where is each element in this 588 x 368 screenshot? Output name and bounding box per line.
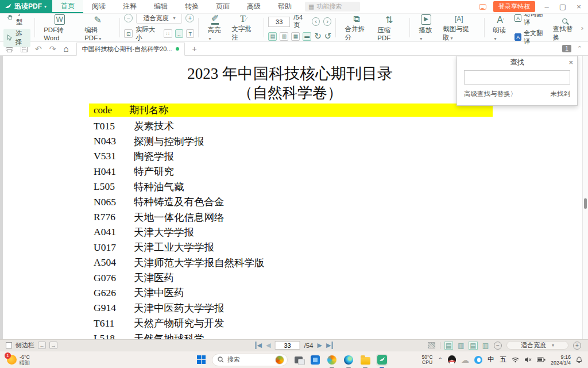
zoom-in-button[interactable]: + [573, 342, 581, 350]
prev-page-button[interactable]: ◀ [266, 342, 270, 349]
toolbar-more-chevron[interactable]: › [581, 24, 585, 32]
login-button[interactable]: 登录享特权 [493, 1, 535, 12]
new-tab-button[interactable]: + [192, 44, 197, 53]
taskbar-search[interactable]: 搜索 [212, 354, 288, 366]
continuous-two-page-button[interactable]: ▥ [482, 342, 489, 349]
zoom-out-button[interactable]: − [124, 14, 133, 22]
menu-tab-page[interactable]: 页面 [207, 0, 238, 13]
weather-widget[interactable]: 1 -6°C 晴朗 [0, 354, 30, 366]
close-icon[interactable]: × [568, 58, 573, 67]
task-view-button[interactable] [293, 354, 304, 366]
compress-pdf-button[interactable]: ⇅ 压缩PDF [373, 14, 405, 41]
vertical-scrollbar[interactable] [582, 56, 588, 339]
menu-tab-read[interactable]: 阅读 [83, 0, 114, 13]
fit-width-view-button[interactable]: ▬ [303, 32, 311, 41]
full-translate-button[interactable]: A 全文翻译 [514, 29, 546, 46]
collapse-toolbar-chevron[interactable]: ⌃ [577, 45, 582, 52]
edit-pdf-button[interactable]: ✎ 编辑PDF▾ [80, 14, 115, 41]
weather-temp: -6°C [20, 354, 30, 360]
notification-badge[interactable]: 1 [562, 45, 571, 52]
four-page-view-button[interactable]: ▦ [291, 32, 300, 41]
rotate-ccw-icon[interactable]: ↺ [324, 31, 332, 41]
highlight-button[interactable]: ✐ 高亮▾ [203, 14, 227, 41]
scrollbar-thumb[interactable] [584, 198, 587, 209]
document-page[interactable]: 2023 年中国科技核心期刊目录 （自然科学卷） code 期刊名称 T015炭… [0, 56, 588, 339]
fit-text-button[interactable]: T [186, 29, 194, 38]
sidebar-checkbox[interactable] [6, 342, 12, 348]
tray-expand-chevron[interactable]: ⌃ [438, 356, 443, 363]
clock[interactable]: 9:16 2024/1/4 [551, 354, 571, 366]
word-doc-icon: W [55, 14, 65, 25]
edge-icon[interactable] [343, 354, 354, 366]
document-tab[interactable]: 中国科技核心期刊-自然科学20... [76, 43, 185, 56]
browser-360-icon[interactable] [326, 354, 338, 366]
rotate-cw-icon[interactable]: ↻ [314, 31, 322, 41]
battery-icon[interactable] [537, 357, 546, 362]
find-dialog: 查找 × 高级查找与替换〉 未找到 [457, 56, 578, 106]
prev-page-button[interactable]: ‹ [312, 17, 320, 26]
volume-muted-icon[interactable] [524, 356, 532, 363]
redo-button[interactable]: ↷ [49, 45, 56, 53]
capture-extract-button[interactable]: [A] 截图与提取▾ [438, 13, 480, 42]
single-page-view-button[interactable]: ▤ [268, 32, 277, 41]
cloud-icon[interactable]: ☁ [461, 355, 469, 365]
function-search-input[interactable]: ▦ 功能搜索 [305, 2, 360, 12]
menu-tab-annotate[interactable]: 注释 [114, 0, 145, 13]
file-explorer-icon[interactable] [359, 354, 371, 366]
play-button[interactable]: ▶ 播放▾ [414, 14, 438, 41]
pc-manager-icon[interactable] [474, 356, 482, 364]
last-page-button[interactable]: ▶ [326, 342, 332, 349]
zoom-out-button[interactable]: − [494, 342, 502, 350]
menu-tab-home[interactable]: 首页 [52, 0, 83, 13]
actual-size-icon[interactable]: ⊡ [124, 29, 132, 38]
maximize-button[interactable]: ▢ [558, 2, 567, 11]
minimize-button[interactable]: – [542, 2, 551, 11]
highlighter-icon: ✐ [211, 14, 219, 25]
text-annotation-button[interactable]: T∕ 文字批注 [227, 13, 260, 42]
two-page-mode-button[interactable]: ▥ [457, 342, 465, 349]
fit-visible-button[interactable]: ‥ [175, 29, 183, 38]
select-tool-button[interactable]: 选择 [3, 29, 30, 47]
feedback-bubble-icon[interactable] [479, 4, 486, 10]
single-page-mode-button[interactable]: ▤ [445, 342, 452, 349]
wifi-icon[interactable] [512, 356, 519, 363]
ime-wubi-icon[interactable]: 五 [500, 355, 506, 365]
toolbar-page-input[interactable] [268, 17, 290, 27]
close-button[interactable]: × [574, 2, 583, 11]
two-page-view-button[interactable]: ▥ [280, 32, 288, 41]
next-page-button[interactable]: ▶ [318, 342, 322, 349]
menu-tab-edit[interactable]: 编辑 [145, 0, 176, 13]
table-row: U017天津工业大学学报 [94, 240, 265, 255]
qq-icon[interactable] [448, 355, 456, 364]
merge-split-button[interactable]: ⧉ 合并拆分 [340, 13, 373, 42]
continuous-mode-button[interactable]: ▤ [469, 342, 477, 349]
menu-tab-advanced[interactable]: 高级 [238, 0, 269, 13]
menu-tab-help[interactable]: 帮助 [269, 0, 300, 13]
translate-outline-icon: A [514, 14, 521, 22]
read-aloud-button[interactable]: A⁾ 朗读▾ [489, 14, 513, 41]
pdf-to-word-button[interactable]: W PDF转Word [39, 14, 80, 41]
fit-page-button[interactable]: ∷ [164, 29, 172, 38]
pdf-app-icon[interactable] [376, 354, 388, 366]
background-pattern-icon[interactable] [428, 342, 435, 348]
menu-tab-convert[interactable]: 转换 [176, 0, 207, 13]
advanced-find-link[interactable]: 高级查找与替换〉 [464, 90, 517, 98]
undo-button[interactable]: ↶ [35, 45, 42, 53]
zoom-mode-select[interactable]: 适合宽度▾ [506, 341, 568, 350]
app-icon-blue[interactable] [310, 354, 321, 366]
ime-chinese-icon[interactable]: 中 [488, 355, 494, 365]
cpu-widget[interactable]: 50°C CPU [422, 355, 433, 365]
zoom-in-button[interactable]: + [185, 14, 194, 22]
app-logo[interactable]: 迅读PDF ▾ [0, 0, 52, 13]
history-forward-button[interactable]: → [49, 342, 57, 349]
first-page-button[interactable]: ◀ [256, 342, 262, 349]
notification-bell-icon[interactable] [576, 356, 582, 363]
history-back-button[interactable]: ← [38, 342, 46, 349]
find-replace-button[interactable]: 查找替换 [548, 13, 581, 42]
find-input[interactable] [464, 70, 570, 85]
fit-width-select[interactable]: 适合宽度▾ [136, 13, 182, 24]
start-button[interactable] [195, 354, 207, 366]
next-page-button[interactable]: › [323, 17, 331, 26]
statusbar-page-input[interactable] [275, 341, 300, 350]
home-button[interactable]: ⌂ [63, 44, 68, 53]
